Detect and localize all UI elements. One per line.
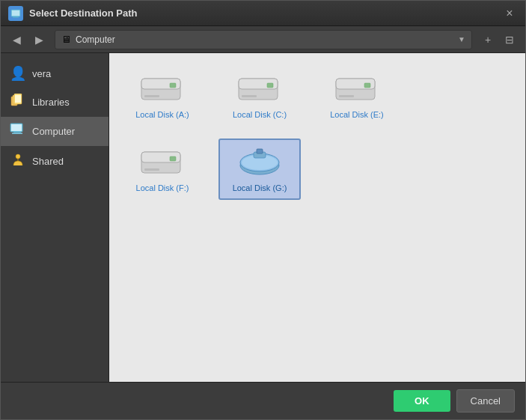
user-icon: 👤 bbox=[10, 65, 26, 82]
svg-rect-1 bbox=[13, 16, 19, 18]
disk-e-label: Local Disk (E:) bbox=[330, 110, 384, 119]
svg-rect-19 bbox=[267, 83, 273, 88]
libraries-icon bbox=[10, 94, 26, 111]
disk-g-icon bbox=[236, 146, 284, 179]
sidebar-item-shared[interactable]: Shared bbox=[1, 146, 108, 177]
sidebar-item-computer-label: Computer bbox=[32, 126, 75, 137]
sidebar-item-computer[interactable]: Computer bbox=[1, 117, 108, 146]
cancel-button[interactable]: Cancel bbox=[456, 389, 515, 413]
svg-rect-28 bbox=[144, 168, 159, 171]
sidebar-item-libraries[interactable]: Libraries bbox=[1, 88, 108, 117]
file-item-disk-c[interactable]: Local Disk (C:) bbox=[218, 65, 301, 127]
footer: OK Cancel bbox=[1, 382, 525, 419]
sidebar-item-shared-label: Shared bbox=[32, 156, 64, 167]
disk-e-icon bbox=[333, 73, 381, 106]
svg-rect-27 bbox=[170, 156, 176, 161]
ok-button[interactable]: OK bbox=[394, 390, 450, 412]
content-area: 👤 vera Libraries bbox=[1, 53, 525, 382]
title-text: Select Destination Path bbox=[29, 7, 501, 19]
sidebar: 👤 vera Libraries bbox=[1, 53, 109, 382]
breadcrumb-bar[interactable]: 🖥 Computer ▼ bbox=[55, 30, 472, 49]
svg-rect-23 bbox=[364, 83, 370, 88]
svg-rect-16 bbox=[144, 95, 159, 97]
file-item-disk-f[interactable]: Local Disk (F:) bbox=[121, 139, 204, 200]
title-bar: Select Destination Path × bbox=[1, 1, 525, 26]
svg-rect-10 bbox=[12, 133, 22, 135]
breadcrumb-text: Computer bbox=[76, 34, 115, 45]
disk-a-icon bbox=[138, 73, 186, 106]
svg-rect-9 bbox=[13, 132, 21, 133]
back-button[interactable]: ◀ bbox=[7, 31, 26, 49]
svg-rect-20 bbox=[242, 95, 257, 97]
computer-sidebar-icon bbox=[10, 123, 26, 140]
disk-f-icon bbox=[138, 146, 186, 179]
svg-rect-6 bbox=[15, 95, 21, 103]
main-panel: Local Disk (A:) Local Disk (C:) bbox=[109, 53, 525, 382]
disk-c-icon bbox=[236, 73, 284, 106]
shared-icon bbox=[10, 152, 26, 171]
svg-point-11 bbox=[16, 154, 20, 159]
close-button[interactable]: × bbox=[501, 5, 518, 22]
disk-c-label: Local Disk (C:) bbox=[233, 110, 287, 119]
view-toggle-button[interactable]: ⊟ bbox=[500, 31, 519, 49]
forward-button[interactable]: ▶ bbox=[29, 31, 49, 49]
svg-rect-15 bbox=[170, 83, 176, 88]
toolbar: ◀ ▶ 🖥 Computer ▼ + ⊟ bbox=[1, 26, 525, 53]
sidebar-item-libraries-label: Libraries bbox=[32, 97, 70, 108]
svg-rect-2 bbox=[12, 10, 19, 16]
svg-rect-33 bbox=[257, 149, 263, 153]
new-folder-button[interactable]: + bbox=[478, 31, 498, 49]
disk-a-label: Local Disk (A:) bbox=[135, 110, 189, 119]
disk-g-label: Local Disk (G:) bbox=[233, 183, 287, 192]
file-item-disk-e[interactable]: Local Disk (E:) bbox=[316, 65, 398, 127]
file-item-disk-a[interactable]: Local Disk (A:) bbox=[121, 65, 204, 127]
title-bar-icon bbox=[8, 6, 23, 21]
toolbar-right-buttons: + ⊟ bbox=[478, 31, 519, 49]
disk-f-label: Local Disk (F:) bbox=[136, 183, 189, 192]
dialog: Select Destination Path × ◀ ▶ 🖥 Computer… bbox=[0, 0, 526, 420]
computer-icon: 🖥 bbox=[61, 34, 71, 45]
svg-rect-24 bbox=[339, 95, 354, 97]
breadcrumb-dropdown-arrow[interactable]: ▼ bbox=[458, 35, 465, 43]
sidebar-item-vera[interactable]: 👤 vera bbox=[1, 59, 108, 88]
svg-rect-8 bbox=[11, 124, 22, 131]
sidebar-item-vera-label: vera bbox=[32, 68, 51, 79]
file-item-disk-g[interactable]: Local Disk (G:) bbox=[218, 139, 301, 200]
files-grid: Local Disk (A:) Local Disk (C:) bbox=[121, 65, 513, 200]
